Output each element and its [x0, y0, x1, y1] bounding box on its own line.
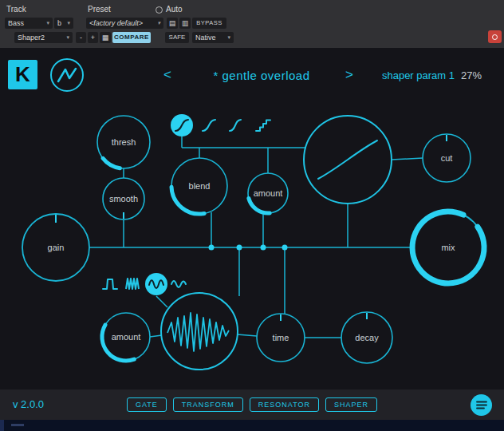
menu-button[interactable] — [471, 394, 492, 416]
daw-background-strip — [0, 420, 504, 431]
shaper-curve-selector — [171, 114, 270, 136]
menu-lines-icon — [476, 401, 487, 409]
shaper-curve-option-3[interactable] — [230, 120, 241, 131]
knob-gain[interactable]: gain — [22, 214, 89, 281]
junction-dot — [209, 245, 215, 251]
knob-label: gain — [48, 243, 65, 252]
tab-gate[interactable]: GATE — [127, 397, 167, 412]
knob-label: amount — [112, 332, 141, 342]
knob-label: smooth — [109, 194, 138, 204]
resonator-wave-option-1[interactable] — [103, 279, 117, 289]
node-graph: thresh smooth blend amount cut gain mix … — [0, 0, 504, 431]
knob-amount-top[interactable]: amount — [248, 173, 288, 213]
knob-label: amount — [254, 188, 283, 198]
knob-label: decay — [355, 333, 379, 342]
junction-dot — [261, 245, 266, 251]
knob-label: mix — [441, 243, 455, 252]
connection-line — [237, 334, 257, 336]
shaper-curve-option-1-selected[interactable] — [171, 114, 193, 136]
knob-decay[interactable]: decay — [341, 312, 392, 363]
plugin-window: { "chrome": { "track_label": "Track", "p… — [0, 0, 504, 431]
resonator-wave-option-3-selected[interactable] — [145, 273, 167, 295]
knob-thresh[interactable]: thresh — [97, 116, 150, 168]
connection-lines — [89, 136, 423, 338]
shaper-curve-option-4[interactable] — [256, 121, 270, 132]
shaper-curve-option-2[interactable] — [203, 120, 215, 131]
module-tabs: GATE TRANSFORM RESONATOR SHAPER — [0, 397, 504, 412]
knob-mix[interactable]: mix — [412, 212, 484, 283]
knob-smooth[interactable]: smooth — [103, 178, 144, 219]
connection-line — [156, 296, 167, 307]
tab-resonator[interactable]: RESONATOR — [250, 397, 319, 412]
knob-time[interactable]: time — [257, 314, 305, 362]
knob-label: cut — [441, 153, 453, 163]
junction-dot — [282, 245, 288, 251]
connection-line — [150, 335, 162, 337]
knob-blend[interactable]: blend — [171, 158, 227, 214]
transfer-display[interactable] — [304, 116, 392, 204]
resonator-display[interactable] — [161, 293, 238, 370]
resonator-wave-selector — [103, 273, 186, 295]
daw-strip-sliver — [0, 420, 4, 431]
daw-strip-mark — [11, 424, 24, 426]
connection-line — [392, 158, 423, 160]
resonator-wave-option-2[interactable] — [126, 279, 139, 289]
knob-cut[interactable]: cut — [423, 134, 471, 182]
tab-transform[interactable]: TRANSFORM — [173, 397, 243, 412]
knob-amount-bottom[interactable]: amount — [102, 313, 150, 361]
junction-dot — [237, 245, 242, 251]
tab-shaper[interactable]: SHAPER — [325, 397, 377, 412]
knob-label: thresh — [112, 137, 136, 147]
resonator-wave-option-4[interactable] — [171, 281, 186, 287]
knob-label: blend — [189, 181, 211, 191]
plugin-footer: v 2.0.0 GATE TRANSFORM RESONATOR SHAPER — [0, 389, 504, 420]
knob-label: time — [273, 333, 289, 342]
